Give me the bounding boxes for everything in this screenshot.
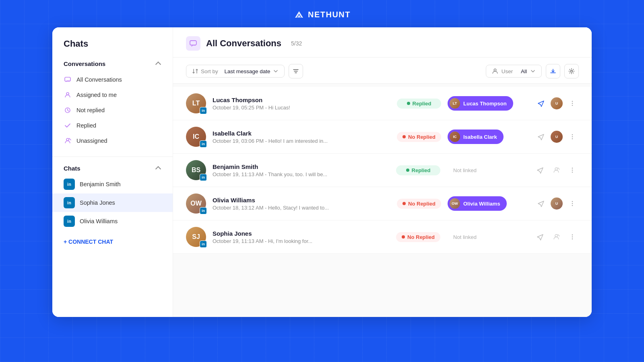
conv-assignee-sophia: Not linked <box>447 234 527 240</box>
linkedin-badge-sophia: in <box>64 197 75 208</box>
logo-text: NETHUNT <box>308 10 351 19</box>
conversations-section-header[interactable]: Conversations <box>52 57 173 70</box>
svg-point-5 <box>66 138 69 141</box>
sidebar-item-unassigned[interactable]: Unassigned <box>52 133 173 148</box>
conv-row-olivia[interactable]: OW in Olivia Williams October 18, 13:12 … <box>173 187 592 220</box>
replied-label: Replied <box>76 122 96 129</box>
svg-point-25 <box>555 234 557 237</box>
no-user-icon-sophia <box>550 230 563 243</box>
chat-item-sophia[interactable]: in Sophia Jones <box>52 193 173 212</box>
svg-point-12 <box>572 103 573 104</box>
svg-point-15 <box>572 136 573 138</box>
chat-item-benjamin[interactable]: in Benjamin Smith <box>52 175 173 193</box>
sort-arrows-icon <box>192 68 198 74</box>
chats-section-header[interactable]: Chats <box>52 162 173 175</box>
svg-point-13 <box>572 105 573 106</box>
more-icon-benjamin[interactable] <box>566 164 579 177</box>
conv-row-sophia[interactable]: SJ in Sophia Jones October 19, 11:13 AM … <box>173 220 592 254</box>
conv-preview-sophia: October 19, 11:13 AM - Hi, I'm looking f… <box>213 238 390 244</box>
more-icon-sophia[interactable] <box>566 230 579 243</box>
svg-point-10 <box>571 70 573 72</box>
sort-button[interactable]: Sort by Last message date <box>186 65 285 78</box>
user-filter[interactable]: User All <box>486 65 542 78</box>
chat-item-olivia[interactable]: in Olivia Williams <box>52 212 173 230</box>
svg-point-14 <box>572 134 573 136</box>
connect-chat-button[interactable]: + CONNECT CHAT <box>52 234 173 250</box>
send-icon-lucas[interactable] <box>535 97 547 110</box>
chat-label-benjamin: Benjamin Smith <box>80 181 121 187</box>
conv-actions-olivia: U <box>535 197 579 210</box>
svg-point-28 <box>572 237 573 238</box>
more-icon-lucas[interactable] <box>566 97 579 110</box>
avatar-wrap-isabella: IC in <box>186 127 206 147</box>
conv-assignee-olivia: OW Olivia Williams <box>448 196 528 211</box>
linkedin-icon-lucas: in <box>200 107 207 114</box>
avatar-wrap-olivia: OW in <box>186 193 206 214</box>
chats-section-label: Chats <box>64 165 80 172</box>
download-button[interactable] <box>546 64 560 78</box>
user-filter-value: All <box>521 68 527 74</box>
chat-label-olivia: Olivia Williams <box>80 218 118 224</box>
svg-line-26 <box>558 234 559 236</box>
not-replied-label: Not replied <box>76 107 105 113</box>
status-dot-isabella <box>402 135 406 138</box>
conv-row-lucas[interactable]: LT in Lucas Thompson October 19, 05:25 P… <box>173 87 592 120</box>
logo-icon <box>293 9 305 20</box>
send-icon-olivia[interactable] <box>535 197 547 210</box>
assignee-avatar-olivia: OW <box>450 198 460 209</box>
more-icon-olivia[interactable] <box>566 197 579 210</box>
send-icon-sophia[interactable] <box>534 230 547 243</box>
sidebar-item-assigned-to-me[interactable]: Assigned to me <box>52 87 173 103</box>
conv-info-sophia: Sophia Jones October 19, 11:13 AM - Hi, … <box>213 230 390 244</box>
sidebar: Chats Conversations All Conversations As… <box>52 27 173 317</box>
linkedin-icon-benjamin: in <box>200 174 207 181</box>
conv-status-benjamin: Replied <box>396 165 440 175</box>
conv-name-isabella: Isabella Clark <box>213 130 390 137</box>
assignee-pill-lucas[interactable]: LT Lucas Thompson <box>448 96 513 111</box>
sidebar-item-all-conversations[interactable]: All Conversations <box>52 72 173 87</box>
sidebar-item-not-replied[interactable]: Not replied <box>52 103 173 118</box>
svg-line-18 <box>558 168 559 169</box>
conv-row-isabella[interactable]: IC in Isabella Clark October 19, 03:06 P… <box>173 120 592 154</box>
svg-point-11 <box>572 101 573 102</box>
conv-preview-benjamin: October 19, 11:13 AM - Thank you, too. I… <box>213 171 390 177</box>
main-header-left: All Conversations 5/32 <box>186 36 302 51</box>
download-icon <box>550 68 556 74</box>
conv-actions-benjamin <box>534 164 579 177</box>
more-icon-isabella[interactable] <box>566 130 579 143</box>
status-dot-sophia <box>402 235 405 239</box>
conversation-count: 5/32 <box>291 40 302 47</box>
conversations-section-label: Conversations <box>64 60 105 67</box>
assignee-avatar-lucas: LT <box>450 98 460 109</box>
svg-point-16 <box>572 138 573 140</box>
send-icon-benjamin[interactable] <box>534 164 547 177</box>
send-icon-isabella[interactable] <box>535 130 547 143</box>
sidebar-item-replied[interactable]: Replied <box>52 118 173 133</box>
assignee-pill-olivia[interactable]: OW Olivia Williams <box>448 196 507 211</box>
conv-name-lucas: Lucas Thompson <box>213 97 390 103</box>
user-avatar-isabella: U <box>551 131 563 143</box>
unassigned-label: Unassigned <box>76 138 107 144</box>
assignee-pill-isabella[interactable]: IC Isabella Clark <box>448 130 504 144</box>
svg-point-21 <box>572 172 573 173</box>
unassign-icon <box>64 137 72 145</box>
main-header: All Conversations 5/32 <box>173 27 592 58</box>
conv-assignee-isabella: IC Isabella Clark <box>448 130 528 144</box>
filter-toggle-button[interactable] <box>289 64 303 78</box>
svg-point-24 <box>572 205 573 206</box>
settings-button[interactable] <box>564 64 579 78</box>
conv-row-benjamin[interactable]: BS in Benjamin Smith October 19, 11:13 A… <box>173 154 592 187</box>
svg-point-17 <box>555 168 557 170</box>
conv-name-sophia: Sophia Jones <box>213 230 390 237</box>
sort-bar: Sort by Last message date User All <box>173 58 592 84</box>
conv-status-isabella: No Replied <box>397 132 441 142</box>
svg-point-27 <box>572 234 573 236</box>
svg-point-19 <box>572 168 573 169</box>
avatar-wrap-sophia: SJ in <box>186 227 206 247</box>
assignee-avatar-isabella: IC <box>450 132 460 142</box>
svg-point-8 <box>494 69 496 71</box>
sort-chevron-icon <box>273 68 279 74</box>
conv-name-olivia: Olivia Williams <box>213 197 390 204</box>
svg-line-6 <box>69 138 71 140</box>
user-icon <box>492 68 498 74</box>
